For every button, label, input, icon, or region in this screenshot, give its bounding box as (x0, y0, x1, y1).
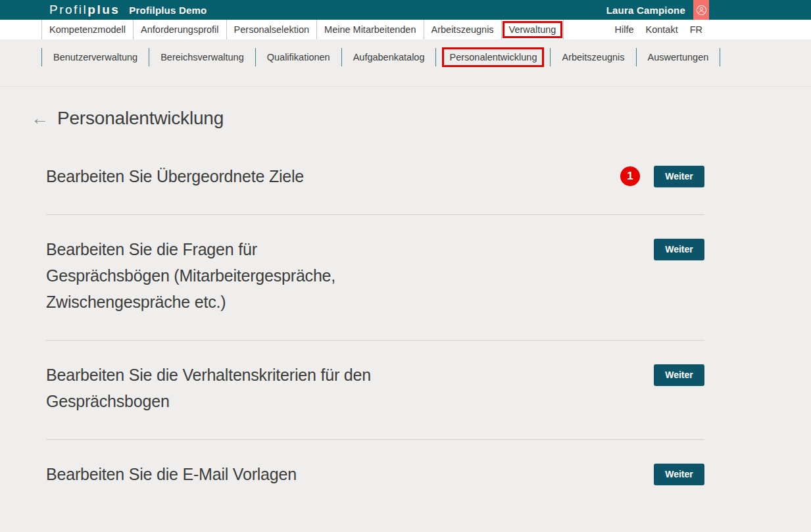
nav-item-meine-mitarbeitenden[interactable]: Meine Mitarbeitenden (316, 20, 423, 39)
nav-item-label: Arbeitszeugnis (425, 22, 501, 37)
subnav-item-qualifikationen[interactable]: Qualifikationen (255, 48, 341, 66)
nav-item-label: Personalselektion (228, 22, 316, 37)
subnav-item-personalentwicklung[interactable]: Personalentwicklung (435, 48, 550, 66)
top-app-bar: Profilplus Profilplus Demo Laura Campion… (0, 0, 811, 20)
page-title: Personalentwicklung (57, 108, 224, 129)
subnav-item-bereichsverwaltung[interactable]: Bereichsverwaltung (149, 48, 255, 66)
nav-item-personalselektion[interactable]: Personalselektion (226, 20, 316, 39)
nav-item-label: Kompetenzmodell (43, 22, 132, 37)
page-header: ← Personalentwicklung (41, 108, 709, 129)
app-logo[interactable]: Profilplus (49, 3, 120, 17)
weiter-button-email-vorlagen[interactable]: Weiter (654, 464, 704, 485)
list-item-line: Bearbeiten Sie Übergeordnete Ziele (46, 163, 620, 189)
list-item-actions: Weiter (654, 362, 709, 388)
list-item-label: Bearbeiten Sie die E-Mail Vorlagen (46, 461, 654, 487)
primary-nav: Kompetenzmodell Anforderungsprofil Perso… (0, 20, 811, 39)
user-avatar-button[interactable] (693, 0, 709, 20)
list-item-line: Bearbeiten Sie die E-Mail Vorlagen (46, 461, 654, 487)
nav-item-label: Anforderungsprofil (134, 22, 226, 37)
list-item-uebergeordnete-ziele: Bearbeiten Sie Übergeordnete Ziele 1 Wei… (46, 139, 709, 214)
app-logo-text-bold: plus (87, 3, 120, 16)
list-item-line: Bearbeiten Sie die Fragen für (46, 236, 654, 262)
list-item-line: Gesprächsbögen (Mitarbeitergespräche, (46, 262, 654, 289)
nav-item-kompetenzmodell[interactable]: Kompetenzmodell (41, 20, 133, 39)
list-item-label: Bearbeiten Sie die Verhaltenskriterien f… (46, 362, 654, 414)
subnav-item-benutzerverwaltung[interactable]: Benutzerverwaltung (41, 48, 149, 66)
list-item-line: Bearbeiten Sie die Verhaltenskriterien f… (46, 362, 654, 388)
subnav-item-auswertungen[interactable]: Auswertungen (636, 48, 720, 66)
list-item-fragen-gespraechsboegen: Bearbeiten Sie die Fragen für Gesprächsb… (46, 215, 709, 340)
list-item-email-vorlagen: Bearbeiten Sie die E-Mail Vorlagen Weite… (46, 440, 709, 512)
list-item-verhaltenskriterien: Bearbeiten Sie die Verhaltenskriterien f… (46, 341, 709, 439)
subnav-separator (720, 48, 720, 66)
nav-item-anforderungsprofil[interactable]: Anforderungsprofil (133, 20, 226, 39)
subnav-item-label-highlighted: Personalentwicklung (442, 47, 544, 67)
subnav-item-label: Benutzerverwaltung (42, 49, 149, 65)
nav-item-verwaltung[interactable]: Verwaltung (501, 20, 564, 39)
secondary-nav: Benutzerverwaltung Bereichsverwaltung Qu… (0, 39, 811, 87)
nav-item-label-highlighted: Verwaltung (503, 21, 563, 38)
main-content: ← Personalentwicklung Bearbeiten Sie Übe… (0, 87, 811, 512)
back-arrow-icon[interactable]: ← (31, 110, 49, 128)
nav-item-hilfe[interactable]: Hilfe (614, 24, 633, 35)
tenant-name: Profilplus Demo (129, 5, 207, 16)
nav-item-language-fr[interactable]: FR (690, 24, 702, 35)
person-icon (696, 5, 707, 16)
logged-in-user-name: Laura Campione (606, 5, 685, 16)
nav-item-label: Meine Mitarbeitenden (318, 22, 422, 37)
subnav-item-label: Aufgabenkatalog (342, 49, 436, 65)
list-item-line: Gesprächsbogen (46, 388, 654, 414)
nav-item-arbeitszeugnis[interactable]: Arbeitszeugnis (424, 20, 501, 39)
list-item-label: Bearbeiten Sie Übergeordnete Ziele (46, 163, 620, 189)
subnav-item-label: Auswertungen (637, 49, 720, 65)
list-item-actions: Weiter (654, 461, 709, 487)
weiter-button-uebergeordnete-ziele[interactable]: Weiter (654, 166, 704, 187)
list-item-line: Zwischengespräche etc.) (46, 289, 654, 315)
list-item-actions: Weiter (654, 236, 709, 262)
weiter-button-verhaltenskriterien[interactable]: Weiter (654, 364, 704, 386)
primary-nav-right: Hilfe Kontakt FR (614, 20, 702, 39)
subnav-item-arbeitszeugnis[interactable]: Arbeitszeugnis (550, 48, 635, 66)
primary-nav-spacer (564, 20, 614, 39)
settings-list: Bearbeiten Sie Übergeordnete Ziele 1 Wei… (46, 139, 709, 512)
annotation-badge-1: 1 (620, 166, 640, 186)
subnav-item-aufgabenkatalog[interactable]: Aufgabenkatalog (341, 48, 436, 66)
subnav-item-label: Arbeitszeugnis (551, 49, 635, 65)
nav-item-kontakt[interactable]: Kontakt (645, 24, 677, 35)
subnav-item-label: Bereichsverwaltung (149, 49, 255, 65)
list-item-actions: 1 Weiter (620, 163, 709, 189)
list-item-label: Bearbeiten Sie die Fragen für Gesprächsb… (46, 236, 654, 315)
subnav-item-label: Qualifikationen (256, 49, 341, 65)
app-logo-text-light: Profil (49, 3, 87, 16)
weiter-button-fragen-gespraechsboegen[interactable]: Weiter (654, 239, 704, 260)
primary-nav-items: Kompetenzmodell Anforderungsprofil Perso… (41, 20, 564, 39)
